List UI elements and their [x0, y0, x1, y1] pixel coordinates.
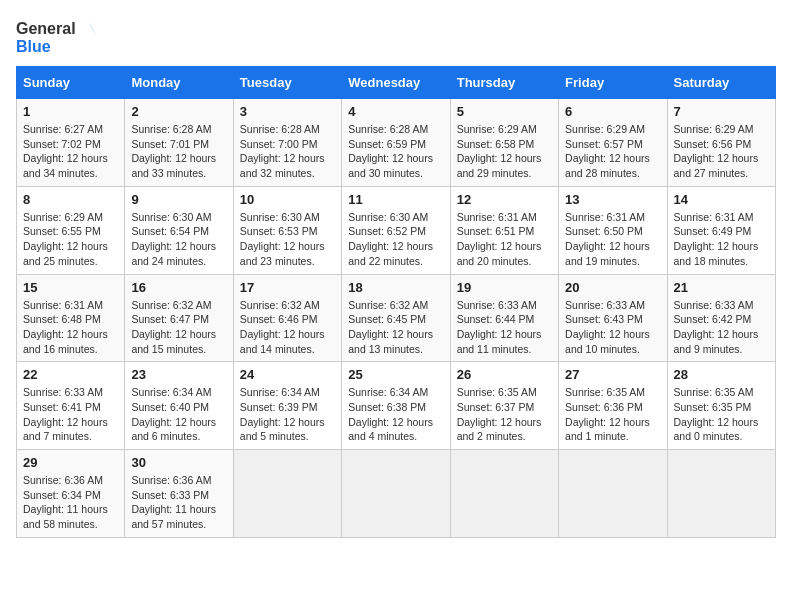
day-info: Sunrise: 6:36 AMSunset: 6:34 PMDaylight:… — [23, 473, 118, 532]
day-info: Sunrise: 6:33 AMSunset: 6:42 PMDaylight:… — [674, 298, 769, 357]
day-number: 20 — [565, 280, 660, 295]
svg-text:Blue: Blue — [16, 38, 51, 55]
logo: General Blue — [16, 16, 96, 56]
calendar-cell: 20Sunrise: 6:33 AMSunset: 6:43 PMDayligh… — [559, 274, 667, 362]
day-info: Sunrise: 6:29 AMSunset: 6:55 PMDaylight:… — [23, 210, 118, 269]
day-number: 11 — [348, 192, 443, 207]
calendar-cell: 9Sunrise: 6:30 AMSunset: 6:54 PMDaylight… — [125, 186, 233, 274]
day-info: Sunrise: 6:27 AMSunset: 7:02 PMDaylight:… — [23, 122, 118, 181]
col-header-monday: Monday — [125, 67, 233, 99]
col-header-sunday: Sunday — [17, 67, 125, 99]
calendar-cell: 19Sunrise: 6:33 AMSunset: 6:44 PMDayligh… — [450, 274, 558, 362]
calendar-cell: 4Sunrise: 6:28 AMSunset: 6:59 PMDaylight… — [342, 99, 450, 187]
calendar-cell: 16Sunrise: 6:32 AMSunset: 6:47 PMDayligh… — [125, 274, 233, 362]
day-info: Sunrise: 6:32 AMSunset: 6:45 PMDaylight:… — [348, 298, 443, 357]
day-info: Sunrise: 6:32 AMSunset: 6:46 PMDaylight:… — [240, 298, 335, 357]
calendar-cell: 10Sunrise: 6:30 AMSunset: 6:53 PMDayligh… — [233, 186, 341, 274]
day-number: 26 — [457, 367, 552, 382]
day-number: 24 — [240, 367, 335, 382]
day-number: 9 — [131, 192, 226, 207]
calendar-cell: 23Sunrise: 6:34 AMSunset: 6:40 PMDayligh… — [125, 362, 233, 450]
day-info: Sunrise: 6:36 AMSunset: 6:33 PMDaylight:… — [131, 473, 226, 532]
day-info: Sunrise: 6:31 AMSunset: 6:51 PMDaylight:… — [457, 210, 552, 269]
calendar-cell: 6Sunrise: 6:29 AMSunset: 6:57 PMDaylight… — [559, 99, 667, 187]
calendar-cell: 2Sunrise: 6:28 AMSunset: 7:01 PMDaylight… — [125, 99, 233, 187]
day-info: Sunrise: 6:30 AMSunset: 6:52 PMDaylight:… — [348, 210, 443, 269]
col-header-friday: Friday — [559, 67, 667, 99]
calendar-cell: 14Sunrise: 6:31 AMSunset: 6:49 PMDayligh… — [667, 186, 775, 274]
day-info: Sunrise: 6:29 AMSunset: 6:58 PMDaylight:… — [457, 122, 552, 181]
day-info: Sunrise: 6:34 AMSunset: 6:40 PMDaylight:… — [131, 385, 226, 444]
col-header-wednesday: Wednesday — [342, 67, 450, 99]
day-info: Sunrise: 6:30 AMSunset: 6:54 PMDaylight:… — [131, 210, 226, 269]
calendar-cell — [667, 450, 775, 538]
calendar-cell: 25Sunrise: 6:34 AMSunset: 6:38 PMDayligh… — [342, 362, 450, 450]
calendar-cell: 17Sunrise: 6:32 AMSunset: 6:46 PMDayligh… — [233, 274, 341, 362]
svg-text:General: General — [16, 20, 76, 37]
calendar-cell — [450, 450, 558, 538]
svg-marker-2 — [88, 21, 96, 36]
calendar-cell: 8Sunrise: 6:29 AMSunset: 6:55 PMDaylight… — [17, 186, 125, 274]
day-info: Sunrise: 6:35 AMSunset: 6:36 PMDaylight:… — [565, 385, 660, 444]
day-number: 4 — [348, 104, 443, 119]
day-info: Sunrise: 6:33 AMSunset: 6:44 PMDaylight:… — [457, 298, 552, 357]
calendar-cell: 3Sunrise: 6:28 AMSunset: 7:00 PMDaylight… — [233, 99, 341, 187]
day-number: 29 — [23, 455, 118, 470]
calendar-cell: 28Sunrise: 6:35 AMSunset: 6:35 PMDayligh… — [667, 362, 775, 450]
day-info: Sunrise: 6:28 AMSunset: 7:00 PMDaylight:… — [240, 122, 335, 181]
day-number: 8 — [23, 192, 118, 207]
day-number: 14 — [674, 192, 769, 207]
day-info: Sunrise: 6:28 AMSunset: 6:59 PMDaylight:… — [348, 122, 443, 181]
col-header-thursday: Thursday — [450, 67, 558, 99]
day-number: 2 — [131, 104, 226, 119]
day-number: 21 — [674, 280, 769, 295]
calendar-cell: 11Sunrise: 6:30 AMSunset: 6:52 PMDayligh… — [342, 186, 450, 274]
day-info: Sunrise: 6:33 AMSunset: 6:43 PMDaylight:… — [565, 298, 660, 357]
day-number: 13 — [565, 192, 660, 207]
day-number: 1 — [23, 104, 118, 119]
calendar-cell — [559, 450, 667, 538]
day-number: 3 — [240, 104, 335, 119]
calendar-cell: 29Sunrise: 6:36 AMSunset: 6:34 PMDayligh… — [17, 450, 125, 538]
calendar-cell: 12Sunrise: 6:31 AMSunset: 6:51 PMDayligh… — [450, 186, 558, 274]
day-number: 15 — [23, 280, 118, 295]
day-info: Sunrise: 6:35 AMSunset: 6:37 PMDaylight:… — [457, 385, 552, 444]
calendar-cell: 22Sunrise: 6:33 AMSunset: 6:41 PMDayligh… — [17, 362, 125, 450]
day-number: 17 — [240, 280, 335, 295]
day-number: 16 — [131, 280, 226, 295]
day-number: 27 — [565, 367, 660, 382]
day-number: 23 — [131, 367, 226, 382]
page-header: General Blue — [16, 16, 776, 56]
day-info: Sunrise: 6:28 AMSunset: 7:01 PMDaylight:… — [131, 122, 226, 181]
calendar-cell: 18Sunrise: 6:32 AMSunset: 6:45 PMDayligh… — [342, 274, 450, 362]
calendar-cell: 1Sunrise: 6:27 AMSunset: 7:02 PMDaylight… — [17, 99, 125, 187]
calendar-cell: 21Sunrise: 6:33 AMSunset: 6:42 PMDayligh… — [667, 274, 775, 362]
day-number: 12 — [457, 192, 552, 207]
day-number: 28 — [674, 367, 769, 382]
day-info: Sunrise: 6:31 AMSunset: 6:50 PMDaylight:… — [565, 210, 660, 269]
calendar-table: SundayMondayTuesdayWednesdayThursdayFrid… — [16, 66, 776, 538]
day-number: 22 — [23, 367, 118, 382]
calendar-cell: 27Sunrise: 6:35 AMSunset: 6:36 PMDayligh… — [559, 362, 667, 450]
day-info: Sunrise: 6:31 AMSunset: 6:49 PMDaylight:… — [674, 210, 769, 269]
day-info: Sunrise: 6:35 AMSunset: 6:35 PMDaylight:… — [674, 385, 769, 444]
calendar-cell — [342, 450, 450, 538]
day-info: Sunrise: 6:31 AMSunset: 6:48 PMDaylight:… — [23, 298, 118, 357]
calendar-cell: 5Sunrise: 6:29 AMSunset: 6:58 PMDaylight… — [450, 99, 558, 187]
day-info: Sunrise: 6:29 AMSunset: 6:56 PMDaylight:… — [674, 122, 769, 181]
day-number: 25 — [348, 367, 443, 382]
day-info: Sunrise: 6:33 AMSunset: 6:41 PMDaylight:… — [23, 385, 118, 444]
day-number: 18 — [348, 280, 443, 295]
day-info: Sunrise: 6:30 AMSunset: 6:53 PMDaylight:… — [240, 210, 335, 269]
day-info: Sunrise: 6:29 AMSunset: 6:57 PMDaylight:… — [565, 122, 660, 181]
col-header-tuesday: Tuesday — [233, 67, 341, 99]
calendar-cell: 7Sunrise: 6:29 AMSunset: 6:56 PMDaylight… — [667, 99, 775, 187]
calendar-cell — [233, 450, 341, 538]
day-number: 10 — [240, 192, 335, 207]
calendar-cell: 26Sunrise: 6:35 AMSunset: 6:37 PMDayligh… — [450, 362, 558, 450]
calendar-cell: 15Sunrise: 6:31 AMSunset: 6:48 PMDayligh… — [17, 274, 125, 362]
col-header-saturday: Saturday — [667, 67, 775, 99]
calendar-cell: 30Sunrise: 6:36 AMSunset: 6:33 PMDayligh… — [125, 450, 233, 538]
day-number: 7 — [674, 104, 769, 119]
day-number: 30 — [131, 455, 226, 470]
